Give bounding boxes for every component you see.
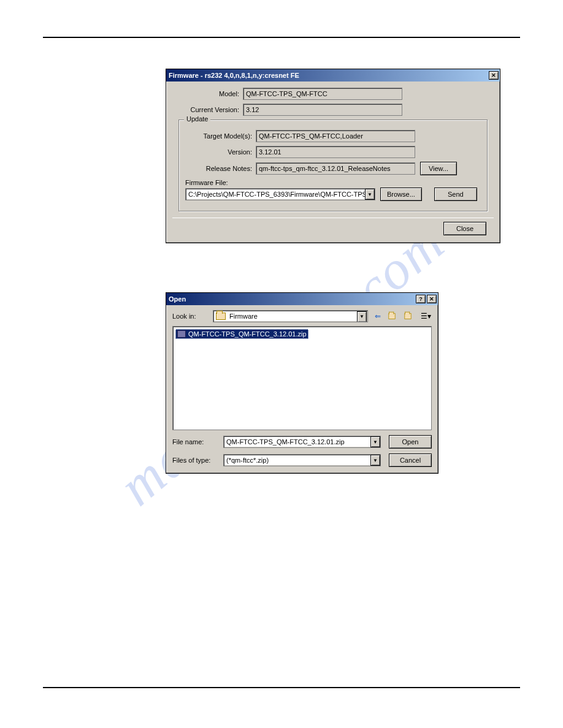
open-dialog: Open ? ✕ Look in: Firmware ▼ ⇐ [166,292,439,474]
chevron-down-icon[interactable]: ▼ [365,189,375,200]
back-icon[interactable]: ⇐ [372,310,384,322]
list-item[interactable]: QM-FTCC-TPS_QM-FTCC_3.12.01.zip [175,329,308,339]
open-button[interactable]: Open [389,435,432,449]
version-label: Version: [185,148,256,156]
filename-field[interactable]: QM-FTCC-TPS_QM-FTCC_3.12.01.zip [223,436,381,448]
lookin-value: Firmware [229,312,258,320]
release-notes-field: qm-ftcc-tps_qm-ftcc_3.12.01_ReleaseNotes [256,162,415,175]
target-models-label: Target Model(s): [185,132,256,140]
file-list[interactable]: QM-FTCC-TPS_QM-FTCC_3.12.01.zip [172,326,432,430]
page-rule-top [43,37,520,38]
firmware-title: Firmware - rs232 4,0,n,8,1,n,y:cresnet F… [169,72,299,79]
chevron-down-icon[interactable]: ▼ [370,455,380,466]
page-rule-bottom [43,687,520,688]
open-titlebar[interactable]: Open ? ✕ [166,293,438,305]
help-icon[interactable]: ? [416,295,426,303]
update-legend: Update [184,115,210,123]
release-notes-label: Release Notes: [185,165,256,172]
close-button[interactable]: Close [443,222,486,235]
chevron-down-icon[interactable]: ▼ [370,436,380,447]
new-folder-icon[interactable] [404,310,416,322]
firmware-dialog: Firmware - rs232 4,0,n,8,1,n,y:cresnet F… [166,69,500,243]
close-icon[interactable]: ✕ [489,71,499,80]
selected-file-name: QM-FTCC-TPS_QM-FTCC_3.12.01.zip [188,330,307,338]
filetype-label: Files of type: [172,457,218,464]
filename-label: File name: [172,438,218,446]
view-button[interactable]: View... [420,162,457,175]
lookin-combo[interactable]: Firmware ▼ [213,310,368,322]
cancel-button[interactable]: Cancel [389,453,432,467]
browse-button[interactable]: Browse... [380,188,422,201]
send-button[interactable]: Send [434,188,477,201]
close-icon[interactable]: ✕ [427,295,437,303]
zip-icon [177,330,186,338]
firmware-file-label: Firmware File: [185,179,481,186]
filetype-combo[interactable]: (*qm-ftcc*.zip) [223,454,381,466]
update-groupbox: Update Target Model(s): QM-FTCC-TPS_QM-F… [178,119,488,211]
firmware-titlebar[interactable]: Firmware - rs232 4,0,n,8,1,n,y:cresnet F… [166,69,500,82]
current-version-label: Current Version: [172,106,243,113]
model-label: Model: [172,90,243,97]
view-menu-icon[interactable]: ☰▾ [419,310,432,322]
version-field: 3.12.01 [256,146,415,158]
open-title: Open [169,295,186,303]
firmware-file-combo[interactable]: C:\Projects\QM-FTCC-TPS_6393\Firmware\QM… [185,188,375,200]
target-models-field: QM-FTCC-TPS_QM-FTCC,Loader [256,130,415,142]
current-version-field: 3.12 [243,104,402,116]
chevron-down-icon[interactable]: ▼ [357,311,367,322]
folder-icon [216,313,226,320]
model-field: QM-FTCC-TPS_QM-FTCC [243,88,402,100]
lookin-label: Look in: [172,313,209,320]
up-folder-icon[interactable] [388,310,400,322]
